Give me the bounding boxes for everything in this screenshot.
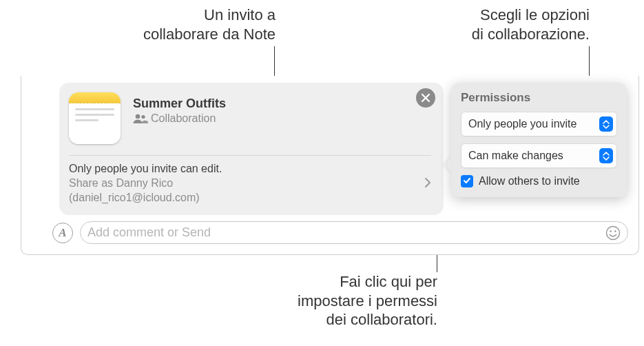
close-icon <box>421 93 430 103</box>
collaboration-label: Collaboration <box>151 112 216 125</box>
chevron-right-icon <box>424 177 431 191</box>
apps-button[interactable]: A <box>52 223 73 243</box>
select-stepper-icon <box>599 148 613 163</box>
callout-options: Scegli le opzioni di collaborazione. <box>383 6 590 43</box>
callout-invite: Un invito a collaborare da Note <box>69 6 276 43</box>
message-input[interactable]: Add comment or Send <box>80 221 628 244</box>
message-placeholder: Add comment or Send <box>87 225 605 240</box>
close-button[interactable] <box>416 88 435 108</box>
share-as-email: (daniel_rico1@icloud.com) <box>69 192 200 203</box>
notes-app-icon <box>69 92 121 144</box>
who-can-access-value: Only people you invite <box>468 118 577 130</box>
select-stepper-icon <box>599 116 613 132</box>
callout-invite-text: Un invito a collaborare da Note <box>143 6 276 43</box>
allow-others-label: Allow others to invite <box>479 175 580 187</box>
share-as-name: Share as Danny Rico <box>69 177 173 189</box>
svg-point-0 <box>136 114 141 119</box>
allow-others-checkbox[interactable] <box>461 175 473 187</box>
divider <box>69 155 431 156</box>
emoji-button[interactable] <box>605 225 621 241</box>
svg-point-3 <box>610 230 612 232</box>
checkmark-icon <box>463 175 471 187</box>
permissions-title: Permissions <box>461 91 617 105</box>
who-can-access-select[interactable]: Only people you invite <box>461 112 617 136</box>
svg-point-2 <box>607 226 620 239</box>
allow-others-row: Allow others to invite <box>461 175 617 187</box>
callout-permissions-text: Fai clic qui per impostare i permessi de… <box>298 273 437 328</box>
share-as-info: Share as Danny Rico (daniel_rico1@icloud… <box>69 176 431 205</box>
access-level-select[interactable]: Can make changes <box>461 143 617 168</box>
collaboration-invite-card: Summer Outfits Collaboration Only people… <box>59 83 444 215</box>
emoji-icon <box>605 231 621 243</box>
note-title: Summer Outfits <box>133 96 226 111</box>
callout-options-text: Scegli le opzioni di collaborazione. <box>472 6 590 43</box>
permission-summary: Only people you invite can edit. <box>69 163 431 175</box>
apps-icon: A <box>59 226 66 240</box>
access-level-value: Can make changes <box>468 150 563 162</box>
disclosure-chevron[interactable] <box>424 177 431 192</box>
svg-point-1 <box>141 115 145 119</box>
people-icon <box>133 114 147 123</box>
permissions-popover: Permissions Only people you invite Can m… <box>451 83 627 197</box>
callout-permissions: Fai clic qui per impostare i permessi de… <box>231 272 437 329</box>
svg-point-4 <box>614 230 616 232</box>
